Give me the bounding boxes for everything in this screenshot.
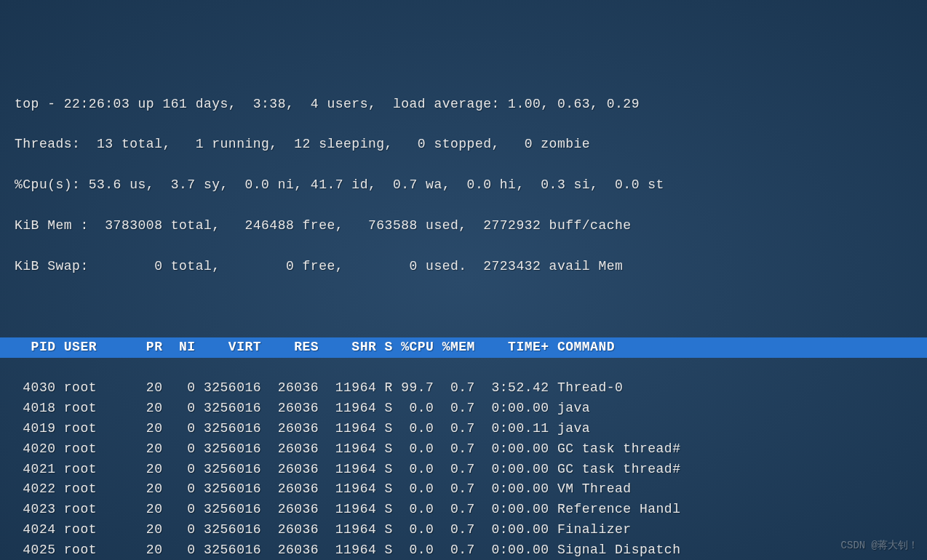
process-row[interactable]: 4030 root 20 0 3256016 26036 11964 R 99.… <box>15 378 912 399</box>
top-summary-line3: %Cpu(s): 53.6 us, 3.7 sy, 0.0 ni, 41.7 i… <box>15 175 912 196</box>
process-table-header[interactable]: PID USER PR NI VIRT RES SHR S %CPU %MEM … <box>0 337 927 358</box>
process-row[interactable]: 4024 root 20 0 3256016 26036 11964 S 0.0… <box>15 520 912 540</box>
process-row[interactable]: 4023 root 20 0 3256016 26036 11964 S 0.0… <box>15 500 912 520</box>
top-summary-line5: KiB Swap: 0 total, 0 free, 0 used. 27234… <box>15 257 912 277</box>
process-row[interactable]: 4020 root 20 0 3256016 26036 11964 S 0.0… <box>15 439 912 460</box>
top-summary-line1: top - 22:26:03 up 161 days, 3:38, 4 user… <box>15 95 912 115</box>
process-row[interactable]: 4018 root 20 0 3256016 26036 11964 S 0.0… <box>15 399 912 419</box>
top-summary-line4: KiB Mem : 3783008 total, 246488 free, 76… <box>15 216 912 236</box>
top-summary-line2: Threads: 13 total, 1 running, 12 sleepin… <box>15 135 912 155</box>
blank-line <box>15 297 912 317</box>
process-row[interactable]: 4025 root 20 0 3256016 26036 11964 S 0.0… <box>15 540 912 560</box>
process-row[interactable]: 4019 root 20 0 3256016 26036 11964 S 0.0… <box>15 419 912 439</box>
watermark-text: CSDN @蒋大钊！ <box>841 538 918 554</box>
process-row[interactable]: 4022 root 20 0 3256016 26036 11964 S 0.0… <box>15 479 912 500</box>
process-row[interactable]: 4021 root 20 0 3256016 26036 11964 S 0.0… <box>15 460 912 480</box>
